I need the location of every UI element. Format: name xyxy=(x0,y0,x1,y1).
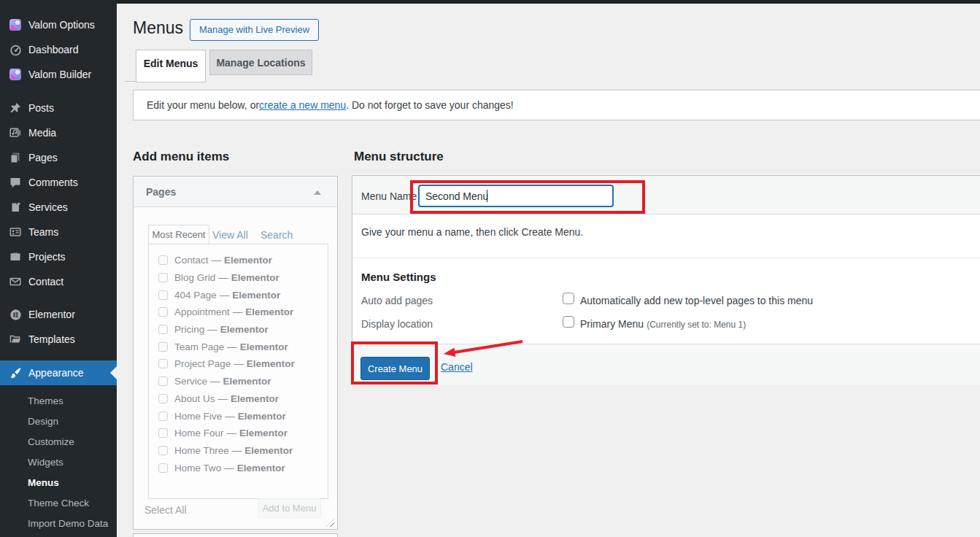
page-item: Appointment—Elementor xyxy=(149,304,328,321)
page-item: Home Four—Elementor xyxy=(149,425,328,442)
checkbox[interactable] xyxy=(158,463,168,473)
portfolio-folder-icon xyxy=(8,250,23,263)
sidebar-sub-theme-check[interactable]: Theme Check xyxy=(0,492,117,513)
checkbox[interactable] xyxy=(158,255,168,265)
checkbox[interactable] xyxy=(158,394,168,403)
primary-menu-note: (Currently set to: Menu 1) xyxy=(647,320,746,330)
notice-banner: Edit your menu below, or create a new me… xyxy=(133,90,980,120)
sidebar-sub-menus[interactable]: Menus xyxy=(0,472,117,492)
manage-live-preview-button[interactable]: Manage with Live Preview xyxy=(190,19,319,41)
edit-page-icon xyxy=(8,201,23,214)
sidebar-item-contact[interactable]: Contact xyxy=(0,269,117,294)
sidebar-item-comments[interactable]: Comments xyxy=(0,170,117,195)
checkbox[interactable] xyxy=(158,325,168,334)
media-icon xyxy=(8,126,23,139)
sidebar-item-projects[interactable]: Projects xyxy=(0,244,117,269)
pages-icon xyxy=(8,151,23,164)
divider xyxy=(352,258,980,258)
admin-sidebar: Valom Options Dashboard Valom Builder Po… xyxy=(0,0,117,537)
tab-search[interactable]: Search xyxy=(261,229,293,241)
admin-bar xyxy=(0,0,980,4)
page-item: 404 Page—Elementor xyxy=(149,286,328,304)
open-folder-icon xyxy=(8,333,23,346)
checkbox[interactable] xyxy=(158,446,168,455)
text-cursor xyxy=(487,190,487,202)
sidebar-item-valom-builder[interactable]: Valom Builder xyxy=(0,62,117,87)
checkbox[interactable] xyxy=(158,359,168,368)
page-item: Blog Grid—Elementor xyxy=(149,269,328,287)
page-item: Home Two—Elementor xyxy=(149,459,328,476)
checkbox[interactable] xyxy=(158,376,168,386)
sidebar-item-pages[interactable]: Pages xyxy=(0,145,117,170)
menu-name-label: Menu Name xyxy=(361,190,417,202)
primary-menu-checkbox[interactable] xyxy=(563,316,574,328)
sidebar-item-posts[interactable]: Posts xyxy=(0,96,117,120)
create-menu-button[interactable]: Create Menu xyxy=(360,357,430,380)
page-item: Project Page—Elementor xyxy=(149,355,328,373)
next-accordion-panel-edge[interactable] xyxy=(133,533,338,537)
sidebar-item-teams[interactable]: Teams xyxy=(0,220,117,244)
page-title: Menus xyxy=(133,18,183,38)
auto-add-pages-label: Auto add pages xyxy=(361,295,433,306)
sidebar-sub-import-demo-data[interactable]: Import Demo Data xyxy=(0,513,117,533)
primary-menu-option: Primary Menu(Currently set to: Menu 1) xyxy=(580,318,746,330)
sidebar-item-media[interactable]: Media xyxy=(0,120,117,145)
valom-logo-icon xyxy=(8,68,23,81)
auto-add-pages-checkbox[interactable] xyxy=(563,293,574,304)
page-item: Home Five—Elementor xyxy=(149,407,328,425)
id-card-icon xyxy=(8,225,23,239)
sidebar-item-dashboard[interactable]: Dashboard xyxy=(0,37,117,62)
page-item: Service—Elementor xyxy=(149,373,328,390)
pages-checklist: Contact—Elementor Blog Grid—Elementor 40… xyxy=(148,244,328,499)
sidebar-item-valom-options[interactable]: Valom Options xyxy=(0,12,117,37)
page-item: Team Page—Elementor xyxy=(149,338,328,355)
comment-bubble-icon xyxy=(8,176,23,189)
display-location-label: Display location xyxy=(361,318,433,330)
pages-panel-title: Pages xyxy=(146,186,176,198)
publishing-actions-bar: Create Menu Cancel xyxy=(352,344,980,385)
menu-name-input[interactable] xyxy=(418,185,614,207)
page-item: Contact—Elementor xyxy=(149,252,328,269)
page-item: Pricing—Elementor xyxy=(149,321,328,339)
cancel-link[interactable]: Cancel xyxy=(441,361,473,373)
envelope-icon xyxy=(8,275,23,288)
sidebar-sub-themes[interactable]: Themes xyxy=(0,390,117,411)
pages-panel-header[interactable]: Pages xyxy=(134,177,337,207)
sidebar-item-elementor[interactable]: Elementor xyxy=(0,302,117,327)
checkbox[interactable] xyxy=(158,307,168,317)
add-to-menu-button[interactable]: Add to Menu xyxy=(258,498,321,518)
checkbox[interactable] xyxy=(158,412,168,421)
tab-manage-locations[interactable]: Manage Locations xyxy=(209,50,312,75)
valom-logo-icon xyxy=(8,18,23,31)
tab-border-fragment xyxy=(125,81,136,82)
page-item: Home Three—Elementor xyxy=(149,442,328,460)
checkbox[interactable] xyxy=(158,428,168,438)
create-new-menu-link[interactable]: create a new menu xyxy=(259,99,346,111)
checkbox[interactable] xyxy=(158,290,168,300)
paintbrush-icon xyxy=(8,366,23,379)
wordpress-menus-page: Valom Options Dashboard Valom Builder Po… xyxy=(0,0,980,537)
page-item: About Us—Elementor xyxy=(149,390,328,408)
auto-add-pages-option: Automatically add new top-level pages to… xyxy=(580,295,813,306)
sidebar-item-appearance[interactable]: Appearance xyxy=(0,360,117,385)
sidebar-item-templates[interactable]: Templates xyxy=(0,327,117,352)
chevron-up-icon[interactable] xyxy=(314,190,321,195)
sidebar-sub-design[interactable]: Design xyxy=(0,411,117,431)
sidebar-sub-customize[interactable]: Customize xyxy=(0,431,117,452)
menu-structure-card: Menu Name Give your menu a name, then cl… xyxy=(352,175,980,385)
resize-handle-icon[interactable] xyxy=(326,519,334,527)
add-menu-items-heading: Add menu items xyxy=(133,150,229,164)
menu-structure-heading: Menu structure xyxy=(354,150,444,164)
sidebar-sub-widgets[interactable]: Widgets xyxy=(0,452,117,472)
tab-most-recent[interactable]: Most Recent xyxy=(148,225,209,244)
tab-edit-menus[interactable]: Edit Menus xyxy=(136,50,206,82)
notice-text-suffix: . Do not forget to save your changes! xyxy=(346,99,514,111)
pushpin-icon xyxy=(8,101,23,115)
sidebar-item-services[interactable]: Services xyxy=(0,195,117,220)
pages-accordion-panel: Pages Most Recent View All Search Contac… xyxy=(133,176,338,530)
select-all-link[interactable]: Select All xyxy=(144,504,187,516)
checkbox[interactable] xyxy=(158,342,168,352)
checkbox[interactable] xyxy=(158,273,168,282)
tab-view-all[interactable]: View All xyxy=(212,229,248,241)
dashboard-gauge-icon xyxy=(8,43,23,56)
